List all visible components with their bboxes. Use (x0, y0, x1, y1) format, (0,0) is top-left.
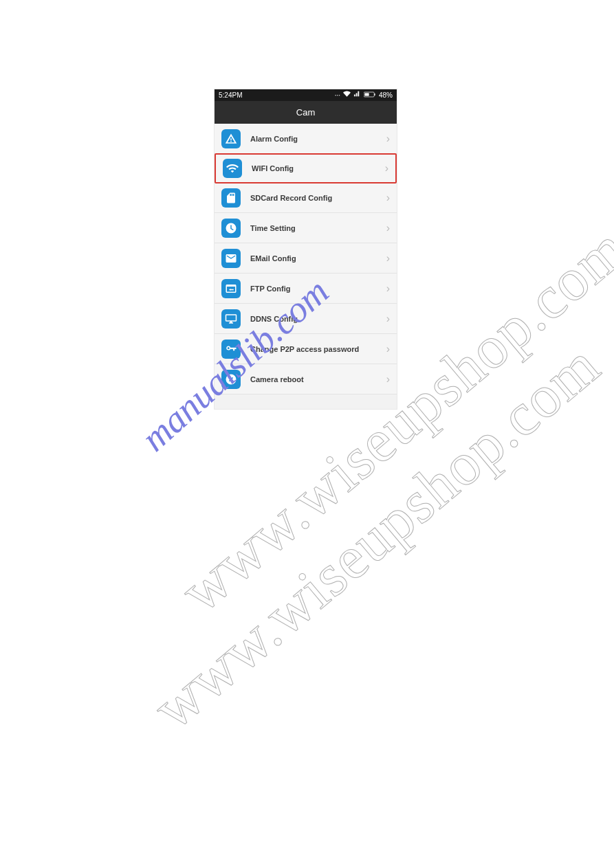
menu-wifi-config[interactable]: WIFI Config › (215, 153, 397, 183)
menu-camera-reboot[interactable]: Camera reboot › (215, 364, 397, 394)
menu-ftp-config[interactable]: FTP Config › (215, 274, 397, 304)
sdcard-icon (221, 188, 241, 208)
menu-label: Time Setting (250, 224, 386, 232)
chevron-right-icon: › (386, 283, 390, 294)
battery-percent: 48% (379, 89, 393, 101)
chevron-right-icon: › (386, 313, 390, 324)
chevron-right-icon: › (386, 133, 390, 144)
menu-label: Alarm Config (250, 135, 386, 143)
chevron-right-icon: › (385, 163, 388, 174)
chevron-right-icon: › (386, 253, 390, 264)
email-icon (221, 249, 241, 268)
menu-change-p2p-password[interactable]: Change P2P access password › (215, 334, 397, 364)
chevron-right-icon: › (386, 344, 390, 355)
ftp-icon (221, 279, 241, 298)
menu-ddns-config[interactable]: DDNS Config › (215, 304, 397, 334)
chevron-right-icon: › (386, 192, 390, 203)
chevron-right-icon: › (386, 374, 390, 385)
menu-alarm-config[interactable]: Alarm Config › (215, 124, 397, 154)
wifi-icon (223, 159, 242, 178)
screen-title: Cam (215, 101, 397, 124)
menu-label: EMail Config (250, 254, 386, 263)
more-icon: ··· (335, 89, 340, 101)
menu-email-config[interactable]: EMail Config › (215, 243, 397, 274)
menu-label: Change P2P access password (250, 345, 386, 353)
wifi-status-icon (343, 89, 351, 101)
battery-icon (364, 89, 376, 101)
phone-screenshot: 5:24PM ··· 48% Cam Alarm Config › (215, 89, 397, 409)
chevron-right-icon: › (386, 223, 390, 234)
menu-label: WIFI Config (252, 164, 385, 173)
svg-rect-2 (364, 93, 369, 96)
reboot-icon (221, 370, 241, 389)
ddns-icon (221, 309, 241, 329)
menu-label: FTP Config (250, 285, 386, 293)
status-time: 5:24PM (219, 89, 242, 101)
menu-label: DDNS Config (250, 315, 386, 323)
menu-sdcard-config[interactable]: SDCard Record Config › (215, 183, 397, 213)
signal-icon (353, 89, 361, 101)
menu-time-setting[interactable]: Time Setting › (215, 213, 397, 243)
alarm-icon (221, 129, 241, 148)
menu-label: Camera reboot (250, 375, 386, 383)
status-bar: 5:24PM ··· 48% (215, 89, 397, 101)
menu-label: SDCard Record Config (250, 194, 386, 202)
svg-rect-1 (374, 93, 375, 96)
settings-list: Alarm Config › WIFI Config › SDCard Reco… (215, 124, 397, 394)
status-right: ··· 48% (335, 89, 393, 101)
key-icon (221, 340, 241, 359)
clock-icon (221, 219, 241, 238)
